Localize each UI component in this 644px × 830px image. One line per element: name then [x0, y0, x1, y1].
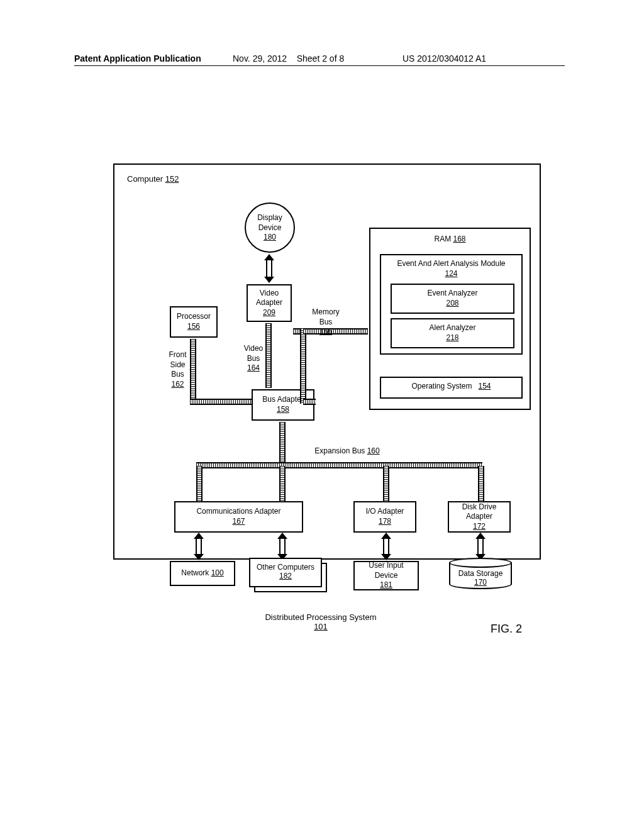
- page: Patent Application Publication Nov. 29, …: [0, 0, 644, 830]
- network-ref: 100: [211, 568, 224, 577]
- os-ref: 154: [479, 382, 491, 390]
- header-date: Nov. 29, 2012: [233, 53, 287, 64]
- video-bus-text: Video Bus: [238, 344, 269, 363]
- other-computers-front: Other Computers 182: [249, 558, 322, 587]
- figure-label: FIG. 2: [491, 622, 522, 636]
- exp-bus-drop-comm2: [279, 466, 286, 501]
- arrow-display-to-video: [265, 254, 273, 283]
- memory-bus-ref: 166: [307, 327, 345, 337]
- alert-analyzer-label: Alert Analyzer: [392, 323, 513, 333]
- computer-label-text: Computer: [127, 174, 163, 184]
- os-label: Operating System: [411, 382, 472, 390]
- front-side-bus-ref: 162: [164, 380, 192, 390]
- ram-ref: 168: [453, 235, 465, 243]
- memory-bus-v: [300, 328, 306, 404]
- display-device-block: Display Device 180: [245, 202, 295, 253]
- memory-bus-to-busadapter: [303, 399, 316, 405]
- event-analyzer-block: Event Analyzer 208: [391, 284, 514, 314]
- processor-ref: 156: [187, 322, 200, 332]
- os-block: Operating System 154: [380, 377, 523, 399]
- io-adapter-block: I/O Adapter 178: [353, 501, 416, 533]
- event-analyzer-ref: 208: [392, 299, 513, 309]
- exp-bus-h: [196, 462, 482, 468]
- display-device-ref: 180: [246, 233, 294, 243]
- disk-adapter-ref: 172: [473, 522, 486, 532]
- dps-ref: 101: [258, 622, 384, 631]
- arrow-comm-to-network: [195, 533, 203, 560]
- video-adapter-ref: 209: [263, 308, 275, 318]
- network-block: Network 100: [170, 561, 235, 586]
- alert-analyzer-ref: 218: [392, 333, 513, 343]
- io-adapter-label: I/O Adapter: [366, 507, 404, 517]
- expansion-bus-text: Expansion Bus: [314, 446, 365, 455]
- eaa-module-label: Event And Alert Analysis Module: [381, 259, 521, 269]
- comm-adapter-label: Communications Adapter: [196, 507, 280, 517]
- video-adapter-label: Video Adapter: [250, 289, 289, 308]
- user-input-label: User Input Device: [357, 561, 416, 580]
- computer-block: Computer 152 Display Device 180 Video Ad…: [113, 163, 541, 560]
- computer-label: Computer 152: [127, 174, 179, 184]
- other-computers-ref: 182: [250, 572, 321, 580]
- exp-bus-v1: [279, 422, 286, 466]
- video-bus-ref: 164: [238, 363, 269, 374]
- header-sheet: Sheet 2 of 8: [297, 53, 345, 64]
- diagram: Computer 152 Display Device 180 Video Ad…: [63, 88, 579, 755]
- network-label: Network: [181, 568, 209, 577]
- user-input-block: User Input Device 181: [353, 561, 419, 590]
- data-storage-block: Data Storage 170: [449, 558, 512, 592]
- arrow-disk-to-storage: [477, 533, 484, 560]
- disk-adapter-block: Disk Drive Adapter 172: [448, 501, 511, 533]
- data-storage-ref: 170: [450, 578, 511, 587]
- expansion-bus-label: Expansion Bus 160: [303, 446, 391, 456]
- data-storage-label: Data Storage: [450, 569, 511, 578]
- computer-ref: 152: [165, 174, 179, 184]
- ram-block: RAM 168 Event And Alert Analysis Module …: [369, 228, 531, 410]
- header-date-sheet: Nov. 29, 2012 Sheet 2 of 8: [233, 53, 344, 64]
- event-analyzer-label: Event Analyzer: [392, 289, 513, 299]
- disk-adapter-label: Disk Drive Adapter: [451, 502, 508, 522]
- expansion-bus-ref: 160: [367, 446, 380, 455]
- dps-caption: Distributed Processing System 101: [258, 612, 384, 631]
- processor-label: Processor: [177, 312, 211, 322]
- eaa-module-ref: 124: [381, 269, 521, 279]
- io-adapter-ref: 178: [379, 517, 391, 527]
- comm-adapter-ref: 167: [232, 517, 245, 527]
- display-device-label: Display Device: [246, 213, 294, 233]
- other-computers-label: Other Computers: [250, 563, 321, 572]
- front-side-bus-label: Front Side Bus 162: [164, 350, 192, 389]
- arrow-io-to-userinput: [382, 533, 390, 560]
- header-publication: Patent Application Publication: [74, 53, 201, 64]
- video-bus-label: Video Bus 164: [238, 344, 269, 374]
- alert-analyzer-block: Alert Analyzer 218: [391, 318, 514, 348]
- dps-label: Distributed Processing System: [258, 612, 384, 622]
- arrow-comm-to-others: [279, 533, 286, 560]
- exp-bus-drop-disk: [478, 466, 484, 501]
- header-rule: [74, 65, 565, 66]
- processor-block: Processor 156: [170, 306, 218, 338]
- cylinder-top: [449, 558, 512, 568]
- ram-label: RAM: [434, 235, 451, 243]
- other-computers-block: Other Computers 182: [249, 558, 327, 592]
- bus-adapter-ref: 158: [277, 405, 289, 415]
- comm-adapter-block: Communications Adapter 167: [174, 501, 303, 533]
- exp-bus-drop-io: [383, 466, 389, 501]
- front-side-bus-h: [190, 399, 252, 405]
- front-side-bus-text: Front Side Bus: [164, 350, 192, 380]
- header-pubnum: US 2012/0304012 A1: [402, 53, 486, 64]
- memory-bus-label: Memory Bus 166: [307, 307, 345, 337]
- exp-bus-drop-comm1: [196, 466, 203, 501]
- eaa-module-block: Event And Alert Analysis Module 124 Even…: [380, 254, 523, 355]
- ram-title: RAM 168: [434, 235, 465, 245]
- video-adapter-block: Video Adapter 209: [247, 284, 292, 322]
- memory-bus-text: Memory Bus: [307, 307, 345, 327]
- user-input-ref: 181: [380, 580, 392, 590]
- bus-adapter-label: Bus Adapter: [262, 395, 303, 405]
